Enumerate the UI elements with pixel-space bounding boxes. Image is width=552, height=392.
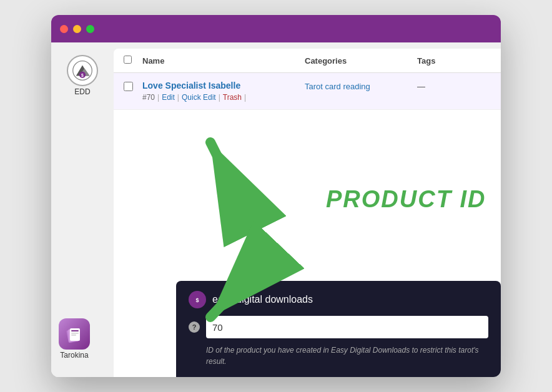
window-body: $ EDD Tarokin xyxy=(51,42,501,377)
help-icon: ? xyxy=(189,321,200,333)
help-icon-label: ? xyxy=(192,323,197,331)
svg-rect-9 xyxy=(71,333,79,334)
row-id: #70 xyxy=(142,93,155,102)
app-window: $ EDD Tarokin xyxy=(51,15,501,377)
trash-link[interactable]: Trash xyxy=(223,93,242,102)
row-actions: #70 | Edit | Quick Edit | Trash | xyxy=(142,93,305,102)
panel-header: $ easy digital downloads xyxy=(189,291,488,308)
close-button[interactable] xyxy=(60,25,68,33)
sidebar-tarokina-label: Tarokina xyxy=(60,351,88,360)
sidebar-item-edd[interactable]: $ EDD xyxy=(67,55,98,96)
svg-line-13 xyxy=(210,142,257,236)
categories-column-header: Categories xyxy=(305,56,417,66)
sep1: | xyxy=(157,93,159,102)
sep3: | xyxy=(219,93,220,102)
minimize-button[interactable] xyxy=(73,25,81,33)
sidebar: $ EDD Tarokin xyxy=(51,42,114,377)
row-tags: — xyxy=(417,81,425,91)
svg-text:$: $ xyxy=(195,297,199,303)
svg-text:$: $ xyxy=(81,73,84,78)
svg-rect-10 xyxy=(71,335,76,336)
maximize-button[interactable] xyxy=(86,25,94,33)
tags-column-header: Tags xyxy=(417,56,435,66)
row-name-column: Love Specialist Isabelle #70 | Edit | Qu… xyxy=(142,81,305,102)
quick-edit-link[interactable]: Quick Edit xyxy=(182,93,216,102)
header-checkbox-col xyxy=(124,55,142,66)
sep4: | xyxy=(244,93,246,102)
svg-rect-8 xyxy=(71,330,79,331)
tarokina-icon xyxy=(59,318,90,350)
product-id-annotation: PRODUCT ID xyxy=(326,186,486,213)
sep2: | xyxy=(177,93,179,102)
edd-icon: $ xyxy=(67,55,98,86)
panel-logo: $ xyxy=(189,291,206,308)
product-name-link[interactable]: Love Specialist Isabelle xyxy=(142,81,305,91)
sidebar-item-tarokina[interactable]: Tarokina xyxy=(59,318,90,360)
main-content: Name Categories Tags Love Specialist Isa… xyxy=(114,49,501,377)
sidebar-edd-label: EDD xyxy=(74,87,90,96)
panel-description: ID of the product you have created in Ea… xyxy=(206,345,488,367)
row-category: Tarot card reading xyxy=(305,81,417,91)
bottom-panel: $ easy digital downloads ? ID of the pro… xyxy=(176,281,501,377)
row-select-checkbox[interactable] xyxy=(124,82,133,91)
table-header: Name Categories Tags xyxy=(114,49,501,73)
titlebar xyxy=(51,15,501,42)
panel-title: easy digital downloads xyxy=(212,294,313,305)
edit-link[interactable]: Edit xyxy=(162,93,175,102)
table-row: Love Specialist Isabelle #70 | Edit | Qu… xyxy=(114,73,501,110)
select-all-checkbox[interactable] xyxy=(124,56,132,64)
product-id-input[interactable] xyxy=(206,316,488,338)
panel-input-row: ? xyxy=(189,316,488,338)
row-checkbox-col xyxy=(124,81,142,94)
name-column-header: Name xyxy=(142,56,305,66)
